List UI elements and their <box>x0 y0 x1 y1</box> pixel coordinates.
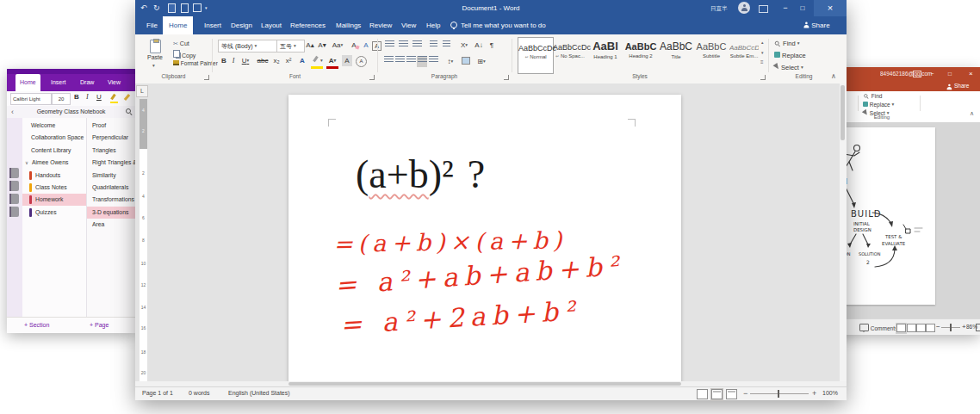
text-effects-icon[interactable]: A <box>297 55 307 66</box>
print-layout-icon[interactable] <box>710 388 723 401</box>
tab-home[interactable]: Home <box>163 16 193 34</box>
pen-icon[interactable] <box>124 94 132 102</box>
notebook-spine-icon[interactable] <box>9 181 19 191</box>
page-item-area[interactable]: Area <box>87 219 136 231</box>
word-count[interactable]: 0 words <box>189 390 210 396</box>
cut-button[interactable]: ✂ Cut <box>173 40 189 47</box>
slideshow-icon[interactable] <box>926 324 935 333</box>
italic-button[interactable]: I <box>86 93 89 101</box>
minimize-icon[interactable]: − <box>778 0 793 16</box>
align-center-icon[interactable] <box>394 56 405 67</box>
shading-icon[interactable] <box>461 57 471 68</box>
web-layout-icon[interactable] <box>726 389 737 400</box>
subscript-button[interactable]: x₂ <box>271 55 282 66</box>
onenote-tab-draw[interactable]: Draw <box>76 74 98 91</box>
add-page-button[interactable]: + Page <box>90 318 109 333</box>
typed-formula[interactable]: (a+b)²? <box>356 151 485 197</box>
section-group-aimee-owens[interactable]: ∨Aimee Owens <box>22 157 86 169</box>
align-left-icon[interactable] <box>383 56 394 67</box>
page-item-right-triangles[interactable]: Right Triangles & Trig... <box>87 157 136 169</box>
onenote-tab-insert[interactable]: Insert <box>47 74 71 91</box>
font-dialog-launcher[interactable] <box>369 75 375 80</box>
ribbon-display-options-icon[interactable] <box>913 71 921 77</box>
italic-button[interactable]: I <box>230 55 237 66</box>
find-button[interactable]: Find ▾ <box>774 40 800 47</box>
styles-scroll-down-icon[interactable]: ▾ <box>761 50 764 55</box>
underline-button[interactable]: U <box>96 93 102 101</box>
font-name-select[interactable]: 等线 (Body) ▾ <box>218 40 277 53</box>
collapse-ribbon-icon[interactable]: ∧ <box>831 72 836 80</box>
maximize-icon[interactable]: □ <box>948 67 952 80</box>
style-normal[interactable]: AaBbCcDc↵ Normal <box>518 37 554 74</box>
paragraph-dialog-launcher[interactable] <box>504 75 509 80</box>
section-item-collaboration-space[interactable]: Collaboration Space <box>22 132 86 144</box>
ink-line-3[interactable]: = a²+2ab+b² <box>339 295 581 340</box>
clipboard-dialog-launcher[interactable] <box>204 75 209 80</box>
tab-file[interactable]: File <box>140 16 164 34</box>
select-button[interactable]: Select ▾ <box>774 64 803 71</box>
copy-button[interactable]: Copy <box>173 50 195 59</box>
zoom-slider[interactable] <box>941 327 960 328</box>
styles-dialog-launcher[interactable] <box>760 75 766 80</box>
page-item-transformations[interactable]: Transformations <box>87 194 136 206</box>
close-icon[interactable]: × <box>814 0 847 16</box>
notebook-title[interactable]: Geometry Class Notebook <box>19 106 123 118</box>
section-item-content-library[interactable]: Content Library <box>22 145 86 157</box>
tab-review[interactable]: Review <box>363 16 398 34</box>
maximize-icon[interactable]: □ <box>795 0 810 16</box>
zoom-slider[interactable] <box>750 393 809 394</box>
numbering-icon[interactable] <box>397 40 409 52</box>
page-item-3d-equations[interactable]: 3-D equations <box>87 207 136 219</box>
avatar[interactable] <box>738 2 750 14</box>
change-case-button[interactable]: Aa▾ <box>330 40 345 51</box>
multilevel-list-icon[interactable] <box>411 40 423 52</box>
zoom-out-icon[interactable]: − <box>743 389 747 398</box>
section-item-quizzes[interactable]: Quizzes <box>22 207 86 219</box>
replace-button[interactable]: Replace <box>774 52 806 59</box>
enclose-characters-icon[interactable]: A <box>356 56 367 67</box>
tab-selector[interactable]: L <box>136 85 148 97</box>
zoom-in-icon[interactable]: + <box>962 323 966 331</box>
zoom-in-icon[interactable]: + <box>812 389 816 398</box>
zoom-slider-thumb[interactable] <box>778 390 779 398</box>
minimize-icon[interactable]: − <box>931 67 934 80</box>
section-item-homework[interactable]: Homework <box>22 194 86 206</box>
collapse-ribbon-icon[interactable]: ∧ <box>970 110 974 117</box>
page-item-triangles[interactable]: Triangles <box>87 145 136 157</box>
onenote-tab-home[interactable]: Home <box>16 74 40 91</box>
style-subtle-emphasis[interactable]: AaBbCcDSubtle Em... <box>729 37 759 72</box>
show-paragraph-marks-icon[interactable]: ¶ <box>487 40 497 51</box>
zoom-slider-thumb[interactable] <box>950 324 952 331</box>
page-item-perpendicular[interactable]: Perpendicular <box>87 132 136 144</box>
ink-line-2[interactable]: = a²+ab+ab+b² <box>334 250 625 300</box>
page-item-similarity[interactable]: Similarity <box>87 170 136 182</box>
line-spacing-icon[interactable]: ↕▾ <box>443 56 457 67</box>
user-name[interactable]: 日直半 <box>710 5 728 13</box>
close-icon[interactable]: × <box>969 67 973 80</box>
page-indicator[interactable]: Page 1 of 1 <box>142 390 173 396</box>
page-item-quadrilaterals[interactable]: Quadrilaterals <box>87 182 136 194</box>
zoom-level[interactable]: 100% <box>822 390 838 396</box>
style-heading-2[interactable]: AaBbCHeading 2 <box>623 37 658 72</box>
reading-view-icon[interactable] <box>916 324 926 333</box>
back-icon[interactable]: ‹ <box>11 106 14 118</box>
clear-formatting-icon[interactable]: A <box>349 40 359 51</box>
bullets-icon[interactable] <box>383 40 395 52</box>
tab-view[interactable]: View <box>395 16 422 34</box>
font-size-select[interactable]: 五号 ▾ <box>276 40 305 53</box>
search-icon[interactable] <box>126 108 133 115</box>
tab-help[interactable]: Help <box>420 16 446 34</box>
justify-icon[interactable] <box>417 56 427 67</box>
highlight-color-icon[interactable]: ▾ <box>311 55 323 69</box>
language-indicator[interactable]: English (United States) <box>228 390 290 396</box>
paste-button[interactable]: Paste ▾ <box>142 39 168 71</box>
section-item-welcome[interactable]: Welcome <box>22 120 86 132</box>
styles-more-icon[interactable]: ≡ <box>760 59 764 65</box>
ribbon-display-options-icon[interactable] <box>759 5 768 13</box>
bold-button[interactable]: B <box>74 93 79 101</box>
font-size-select[interactable]: 20 <box>52 93 71 105</box>
character-shading-icon[interactable]: A <box>342 55 352 66</box>
increase-indent-icon[interactable] <box>441 40 452 52</box>
decrease-indent-icon[interactable] <box>428 40 439 52</box>
asian-layout-icon[interactable]: X▾ <box>457 40 471 51</box>
